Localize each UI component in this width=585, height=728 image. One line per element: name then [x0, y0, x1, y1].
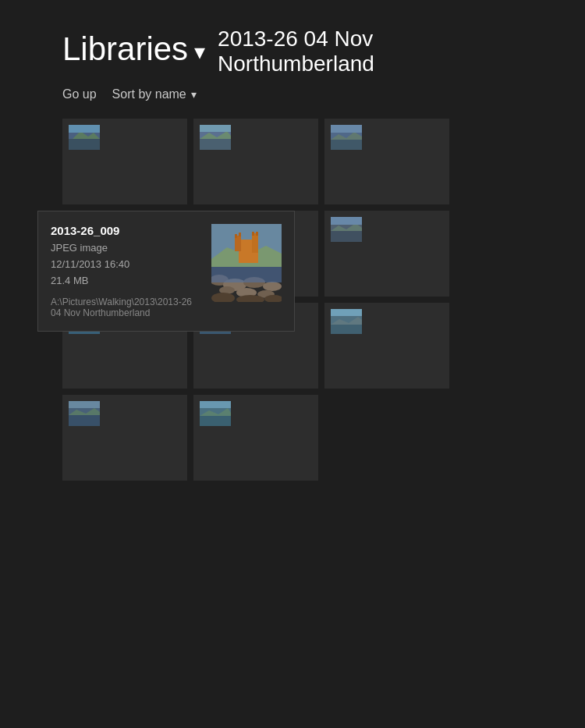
header: Libraries ▾ 2013-26 04 Nov Northumberlan…: [0, 0, 585, 105]
list-item[interactable]: [324, 211, 449, 297]
svg-rect-3: [69, 125, 100, 133]
list-item[interactable]: [62, 395, 187, 481]
svg-rect-43: [200, 401, 231, 408]
svg-rect-37: [69, 415, 100, 426]
title-row: Libraries ▾ 2013-26 04 Nov Northumberlan…: [62, 22, 523, 76]
list-item[interactable]: [62, 303, 187, 389]
svg-rect-31: [200, 309, 231, 316]
svg-rect-5: [200, 139, 231, 150]
svg-rect-11: [331, 125, 362, 133]
svg-rect-35: [331, 309, 362, 316]
list-item[interactable]: [193, 395, 318, 481]
breadcrumb: 2013-26 04 Nov Northumberland: [218, 27, 523, 76]
list-item[interactable]: [324, 119, 449, 204]
go-up-button[interactable]: Go up: [62, 84, 97, 105]
svg-rect-17: [200, 233, 231, 242]
list-item[interactable]: [193, 119, 318, 204]
svg-rect-39: [69, 401, 100, 408]
list-item[interactable]: [324, 303, 449, 389]
svg-rect-29: [200, 323, 231, 334]
list-item[interactable]: [62, 211, 187, 297]
svg-rect-19: [200, 217, 231, 224]
svg-rect-15: [69, 217, 100, 224]
svg-rect-9: [331, 140, 362, 150]
list-item[interactable]: [193, 303, 318, 389]
sort-chevron-icon: ▾: [191, 88, 197, 101]
photo-grid: 2013-26_009 JPEG image 12/11/2013 16:40 …: [0, 119, 585, 481]
libraries-chevron-icon[interactable]: ▾: [194, 39, 205, 65]
svg-rect-33: [331, 325, 362, 334]
list-item[interactable]: [193, 211, 318, 297]
svg-rect-21: [331, 231, 362, 242]
svg-rect-41: [200, 416, 231, 426]
list-item[interactable]: [62, 119, 187, 204]
page-title: Libraries: [62, 30, 188, 68]
svg-rect-7: [200, 125, 231, 132]
svg-rect-23: [331, 217, 362, 225]
toolbar-row: Go up Sort by name ▾: [62, 84, 523, 105]
svg-rect-13: [69, 230, 100, 242]
svg-rect-1: [69, 139, 100, 150]
sort-button[interactable]: Sort by name ▾: [112, 84, 197, 105]
svg-rect-27: [69, 309, 100, 316]
svg-rect-25: [69, 324, 100, 334]
